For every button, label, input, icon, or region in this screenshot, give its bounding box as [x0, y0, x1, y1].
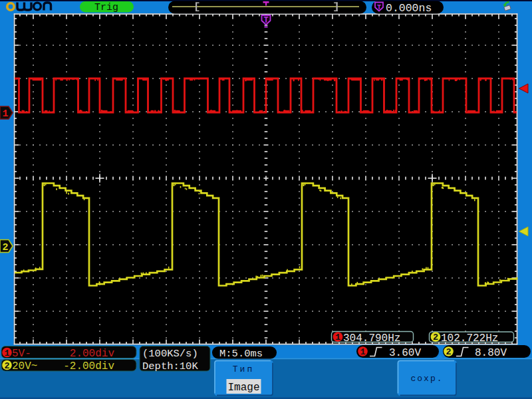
svg-text:Image: Image [227, 382, 259, 394]
svg-text:2.00div: 2.00div [70, 348, 115, 360]
svg-text:1: 1 [4, 348, 9, 358]
svg-text:3.60V: 3.60V [389, 347, 421, 359]
svg-text:2: 2 [4, 361, 9, 371]
svg-text:сохр.: сохр. [410, 374, 443, 384]
svg-text:2: 2 [446, 347, 451, 357]
svg-text:Trig: Trig [94, 2, 118, 13]
svg-text:Depth:10K: Depth:10K [142, 360, 198, 372]
svg-text:1: 1 [335, 332, 340, 342]
svg-text:T: T [263, 16, 268, 25]
svg-text:1: 1 [360, 347, 365, 357]
svg-text:102.722Hz: 102.722Hz [441, 332, 498, 344]
svg-text:-2.00div: -2.00div [63, 360, 114, 372]
svg-text:8.80V: 8.80V [475, 347, 507, 359]
svg-text:304.790Hz: 304.790Hz [343, 332, 400, 344]
svg-text:2: 2 [433, 332, 438, 342]
svg-text:T: T [377, 3, 382, 11]
svg-text:2: 2 [2, 242, 8, 253]
svg-text:0.000ns: 0.000ns [386, 2, 432, 15]
svg-text:(100KS/s): (100KS/s) [142, 348, 198, 360]
svg-text:Тип: Тип [233, 364, 254, 374]
svg-text:20V~: 20V~ [12, 360, 37, 372]
svg-text:M:5.0ms: M:5.0ms [219, 348, 263, 360]
svg-text:1: 1 [2, 108, 8, 120]
svg-text:5V-: 5V- [12, 348, 31, 360]
